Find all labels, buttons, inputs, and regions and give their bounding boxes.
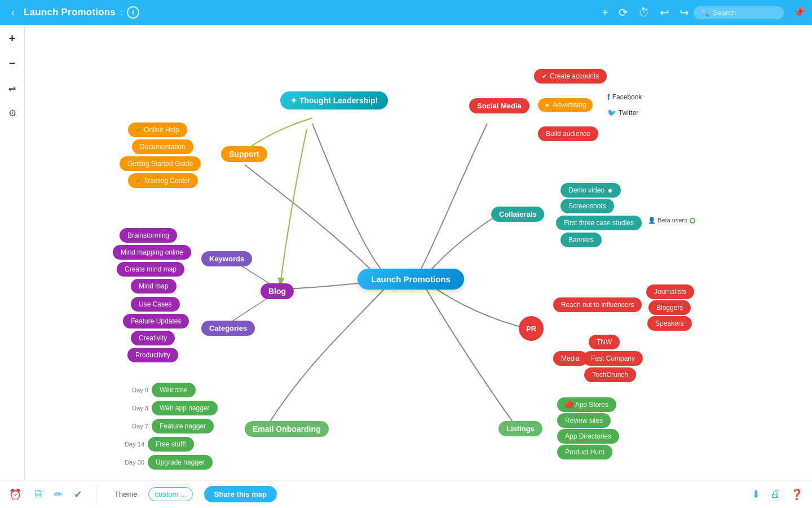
brainstorming-node[interactable]: Brainstorming: [120, 228, 177, 243]
categories-node[interactable]: Categories: [201, 321, 255, 336]
day7-row: Day 7 Feature nagger: [129, 419, 214, 433]
app-stores-node[interactable]: 🔴 App Stores: [557, 397, 616, 412]
print-icon[interactable]: 🖨: [770, 488, 780, 500]
pin-icon: 📌: [793, 6, 805, 19]
mind-mapping-node[interactable]: Mind mapping online: [113, 245, 191, 260]
create-mind-map-node[interactable]: Create mind map: [117, 262, 184, 277]
theme-label: Theme: [114, 490, 137, 498]
pr-node[interactable]: PR: [519, 316, 544, 341]
day3-row: Day 3 Web app nagger: [129, 401, 218, 415]
keywords-node[interactable]: Keywords: [201, 251, 252, 266]
documentation-node[interactable]: Documentation: [132, 139, 193, 154]
support-node[interactable]: Support: [221, 146, 267, 162]
bottom-bar: ⏰ 🖥 ✏ ✔ Theme custom ... Share this map …: [0, 480, 812, 508]
facebook-tag[interactable]: f Facebook: [607, 93, 642, 102]
search-input[interactable]: [713, 8, 775, 17]
beta-users-tag[interactable]: 👤 Beta users: [648, 217, 695, 224]
back-button[interactable]: ‹: [7, 5, 19, 21]
feature-nagger-node[interactable]: Feature nagger: [152, 419, 214, 433]
toolbar: + ⟳ ⏱ ↩ ↪: [602, 6, 689, 19]
fast-company-node[interactable]: Fast Company: [583, 351, 643, 366]
mind-map-node[interactable]: Mind map: [131, 279, 176, 294]
facebook-icon: f: [607, 93, 610, 102]
desktop-icon[interactable]: 🖥: [33, 488, 43, 500]
undo-button[interactable]: ↩: [660, 6, 669, 19]
search-icon: 🔍: [700, 8, 709, 17]
web-app-nagger-node[interactable]: Web app nagger: [152, 401, 218, 415]
add-button[interactable]: +: [602, 6, 608, 19]
canvas: Launch Promotions ✦ Thought Leadership! …: [25, 25, 812, 480]
feature-updates-node[interactable]: Feature Updates: [123, 314, 189, 329]
edit-icon[interactable]: ✏: [54, 488, 63, 501]
history-icon[interactable]: ⏰: [9, 488, 21, 501]
header: ‹ Launch Promotions : i + ⟳ ⏱ ↩ ↪ 🔍 📌: [0, 0, 812, 25]
twitter-tag[interactable]: 🐦 Twitter: [607, 108, 638, 117]
social-media-node[interactable]: Social Media: [469, 98, 529, 113]
app-title: Launch Promotions: [24, 7, 116, 18]
training-center-node[interactable]: ✔Training Center: [128, 173, 198, 188]
upgrade-nagger-node[interactable]: Upgrade nagger: [148, 455, 213, 470]
bloggers-node[interactable]: Bloggers: [648, 300, 691, 315]
tnw-node[interactable]: TNW: [589, 335, 620, 349]
left-sidebar: + − ⇌ ⚙: [0, 25, 25, 480]
free-stuff-node[interactable]: Free stuff!: [148, 437, 194, 452]
thought-leadership-node[interactable]: ✦ Thought Leadership!: [280, 91, 388, 110]
download-icon[interactable]: ⬇: [752, 488, 760, 501]
collaterals-node[interactable]: Collaterals: [491, 207, 544, 222]
twitter-icon: 🐦: [607, 108, 616, 117]
build-audience-node[interactable]: Build audience: [538, 126, 598, 141]
review-sites-node[interactable]: Review sites: [557, 413, 611, 428]
use-cases-node[interactable]: Use Cases: [131, 297, 180, 312]
create-accounts-node[interactable]: ✔ Create accounts: [534, 69, 607, 84]
product-hunt-node[interactable]: Product Hunt: [557, 445, 612, 459]
redo-button[interactable]: ↪: [679, 6, 689, 19]
shuffle-button[interactable]: ⇌: [3, 80, 21, 96]
divider: [96, 487, 96, 502]
app-directories-node[interactable]: App Directories: [557, 429, 619, 444]
blog-node[interactable]: Blog: [261, 283, 294, 299]
speakers-node[interactable]: Speakers: [647, 316, 692, 331]
zoom-out-button[interactable]: −: [3, 55, 21, 71]
screenshots-node[interactable]: Screenshots: [561, 199, 614, 213]
advertising-node[interactable]: ➤ Advertising: [538, 98, 593, 112]
demo-video-node[interactable]: Demo video ⏺: [561, 183, 621, 198]
case-studies-node[interactable]: First three case studies: [556, 216, 642, 230]
welcome-node[interactable]: Welcome: [152, 383, 196, 397]
productivity-node[interactable]: Productivity: [127, 348, 178, 362]
timer-button[interactable]: ⏱: [638, 6, 650, 19]
check-button[interactable]: ✔: [74, 488, 82, 501]
search-box: 🔍: [694, 6, 784, 19]
right-icons: ⬇ 🖨 ❓: [752, 488, 803, 501]
day0-row: Day 0 Welcome: [129, 383, 196, 397]
share-button[interactable]: Share this map: [204, 486, 277, 502]
media-node[interactable]: Media: [553, 351, 588, 366]
day14-row: Day 14 Free stuff!: [122, 437, 194, 452]
listings-node[interactable]: Listings: [498, 421, 542, 436]
info-button[interactable]: i: [127, 6, 139, 19]
settings-button[interactable]: ⚙: [3, 105, 21, 121]
center-node[interactable]: Launch Promotions: [358, 269, 464, 290]
title-separator: :: [120, 8, 122, 17]
theme-button[interactable]: custom ...: [148, 487, 192, 501]
techcrunch-node[interactable]: TechCrunch: [584, 367, 636, 382]
zoom-in-button[interactable]: +: [3, 30, 21, 46]
getting-started-node[interactable]: Getting Started Guide: [120, 156, 201, 171]
history-button[interactable]: ⟳: [619, 6, 628, 19]
email-onboarding-node[interactable]: Email Onboarding: [245, 421, 329, 437]
creativity-node[interactable]: Creativity: [131, 331, 175, 345]
banners-node[interactable]: Banners: [561, 233, 602, 247]
journalists-node[interactable]: Journalists: [646, 284, 694, 299]
day30-row: Day 30 Upgrade nagger: [122, 455, 213, 470]
online-help-node[interactable]: ✔Online Help: [128, 122, 187, 137]
help-icon[interactable]: ❓: [791, 488, 803, 501]
reach-influencers-node[interactable]: Reach out to influencers: [553, 297, 642, 312]
